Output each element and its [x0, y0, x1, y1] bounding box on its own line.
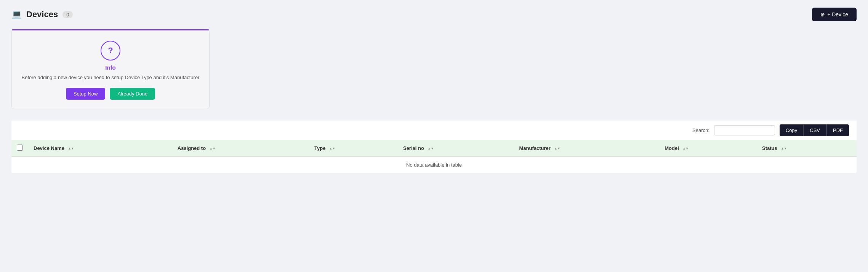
info-icon-circle: ? — [101, 41, 120, 60]
col-assigned-to[interactable]: Assigned to ▲▼ — [172, 140, 309, 157]
table-section: Device Name ▲▼ Assigned to ▲▼ Type ▲▼ Se… — [11, 140, 857, 173]
table-empty-row: No data available in table — [11, 157, 857, 173]
info-buttons: Setup Now Already Done — [19, 88, 202, 100]
table-head: Device Name ▲▼ Assigned to ▲▼ Type ▲▼ Se… — [11, 140, 857, 157]
col-serial-no[interactable]: Serial no ▲▼ — [398, 140, 514, 157]
col-device-name[interactable]: Device Name ▲▼ — [28, 140, 172, 157]
info-card: ? Info Before adding a new device you ne… — [11, 29, 210, 109]
page-wrapper: 💻 Devices 0 ⊕ + Device ? Info Before add… — [0, 0, 868, 272]
search-input[interactable] — [714, 125, 775, 135]
col-status[interactable]: Status ▲▼ — [757, 140, 857, 157]
table-header-row: Device Name ▲▼ Assigned to ▲▼ Type ▲▼ Se… — [11, 140, 857, 157]
page-title: Devices — [26, 10, 58, 19]
page-header: 💻 Devices 0 ⊕ + Device — [11, 8, 857, 21]
col-manufacturer[interactable]: Manufacturer ▲▼ — [514, 140, 660, 157]
add-device-button[interactable]: ⊕ + Device — [812, 8, 857, 21]
col-model[interactable]: Model ▲▼ — [659, 140, 757, 157]
select-all-checkbox[interactable] — [17, 145, 23, 151]
question-mark-icon: ? — [108, 46, 113, 56]
sort-icon-serial-no: ▲▼ — [428, 147, 434, 150]
info-label: Info — [19, 64, 202, 71]
setup-now-button[interactable]: Setup Now — [66, 88, 106, 100]
sort-icon-type: ▲▼ — [329, 147, 335, 150]
pdf-button[interactable]: PDF — [826, 124, 849, 136]
sort-icon-device-name: ▲▼ — [68, 147, 74, 150]
plus-icon: ⊕ — [820, 11, 825, 17]
header-left: 💻 Devices 0 — [11, 10, 73, 19]
devices-count-badge: 0 — [62, 11, 73, 18]
already-done-button[interactable]: Already Done — [110, 88, 155, 100]
csv-button[interactable]: CSV — [803, 124, 826, 136]
table-body: No data available in table — [11, 157, 857, 173]
table-controls: Search: Copy CSV PDF — [11, 121, 857, 140]
data-table: Device Name ▲▼ Assigned to ▲▼ Type ▲▼ Se… — [11, 140, 857, 173]
sort-icon-manufacturer: ▲▼ — [554, 147, 561, 150]
sort-icon-model: ▲▼ — [682, 147, 689, 150]
search-label: Search: — [692, 127, 709, 133]
empty-message: No data available in table — [11, 157, 857, 173]
copy-button[interactable]: Copy — [780, 124, 803, 136]
export-buttons: Copy CSV PDF — [780, 124, 849, 136]
info-description: Before adding a new device you need to s… — [19, 75, 202, 80]
sort-icon-assigned-to: ▲▼ — [210, 147, 216, 150]
checkbox-header — [11, 140, 28, 157]
add-device-label: + Device — [827, 11, 848, 17]
col-type[interactable]: Type ▲▼ — [309, 140, 398, 157]
devices-icon: 💻 — [11, 10, 22, 19]
sort-icon-status: ▲▼ — [781, 147, 787, 150]
